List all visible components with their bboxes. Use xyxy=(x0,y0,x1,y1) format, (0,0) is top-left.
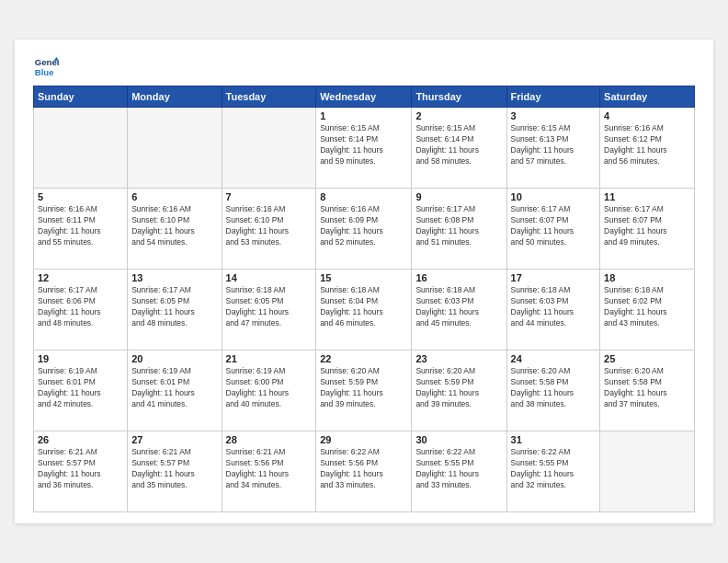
day-info: Sunrise: 6:18 AM Sunset: 6:03 PM Dayligh… xyxy=(415,285,502,329)
day-number: 14 xyxy=(226,272,313,283)
header-area: General Blue xyxy=(33,54,695,80)
day-info: Sunrise: 6:16 AM Sunset: 6:10 PM Dayligh… xyxy=(226,204,313,248)
calendar-container: General Blue SundayMondayTuesdayWednesda… xyxy=(15,40,713,523)
day-cell: 17Sunrise: 6:18 AM Sunset: 6:03 PM Dayli… xyxy=(506,270,600,350)
day-cell: 2Sunrise: 6:15 AM Sunset: 6:14 PM Daylig… xyxy=(412,108,506,189)
day-number: 1 xyxy=(320,110,407,121)
day-info: Sunrise: 6:16 AM Sunset: 6:11 PM Dayligh… xyxy=(38,204,123,248)
svg-text:Blue: Blue xyxy=(35,67,54,77)
logo-icon: General Blue xyxy=(33,54,59,80)
day-info: Sunrise: 6:19 AM Sunset: 6:00 PM Dayligh… xyxy=(226,366,313,410)
weekday-header-wednesday: Wednesday xyxy=(316,86,412,108)
day-cell: 23Sunrise: 6:20 AM Sunset: 5:59 PM Dayli… xyxy=(412,350,506,431)
day-info: Sunrise: 6:16 AM Sunset: 6:09 PM Dayligh… xyxy=(320,204,407,248)
day-cell: 14Sunrise: 6:18 AM Sunset: 6:05 PM Dayli… xyxy=(222,270,316,350)
day-cell: 6Sunrise: 6:16 AM Sunset: 6:10 PM Daylig… xyxy=(128,189,222,270)
week-row-3: 12Sunrise: 6:17 AM Sunset: 6:06 PM Dayli… xyxy=(34,270,695,350)
day-number: 9 xyxy=(415,191,502,202)
day-info: Sunrise: 6:22 AM Sunset: 5:55 PM Dayligh… xyxy=(511,447,597,491)
weekday-header-monday: Monday xyxy=(128,86,222,108)
day-cell: 8Sunrise: 6:16 AM Sunset: 6:09 PM Daylig… xyxy=(316,189,412,270)
day-cell: 25Sunrise: 6:20 AM Sunset: 5:58 PM Dayli… xyxy=(600,350,695,431)
day-info: Sunrise: 6:17 AM Sunset: 6:07 PM Dayligh… xyxy=(511,204,597,248)
day-cell: 3Sunrise: 6:15 AM Sunset: 6:13 PM Daylig… xyxy=(506,108,600,189)
day-number: 28 xyxy=(226,434,313,445)
day-cell: 10Sunrise: 6:17 AM Sunset: 6:07 PM Dayli… xyxy=(506,189,600,270)
day-number: 17 xyxy=(511,272,597,283)
week-row-2: 5Sunrise: 6:16 AM Sunset: 6:11 PM Daylig… xyxy=(34,189,695,270)
weekday-header-friday: Friday xyxy=(506,86,600,108)
day-number: 6 xyxy=(131,191,217,202)
day-number: 11 xyxy=(604,191,690,202)
day-info: Sunrise: 6:18 AM Sunset: 6:03 PM Dayligh… xyxy=(511,285,597,329)
day-number: 25 xyxy=(604,353,690,364)
day-number: 3 xyxy=(511,110,597,121)
day-number: 26 xyxy=(38,434,123,445)
day-cell: 20Sunrise: 6:19 AM Sunset: 6:01 PM Dayli… xyxy=(128,350,222,431)
day-info: Sunrise: 6:22 AM Sunset: 5:56 PM Dayligh… xyxy=(320,447,407,491)
day-cell xyxy=(600,431,695,512)
day-number: 23 xyxy=(415,353,502,364)
day-cell: 9Sunrise: 6:17 AM Sunset: 6:08 PM Daylig… xyxy=(412,189,506,270)
logo: General Blue xyxy=(33,54,63,80)
day-info: Sunrise: 6:21 AM Sunset: 5:57 PM Dayligh… xyxy=(38,447,123,491)
day-info: Sunrise: 6:15 AM Sunset: 6:14 PM Dayligh… xyxy=(320,123,407,167)
day-info: Sunrise: 6:19 AM Sunset: 6:01 PM Dayligh… xyxy=(131,366,217,410)
week-row-4: 19Sunrise: 6:19 AM Sunset: 6:01 PM Dayli… xyxy=(34,350,695,431)
day-info: Sunrise: 6:19 AM Sunset: 6:01 PM Dayligh… xyxy=(38,366,123,410)
day-number: 2 xyxy=(415,110,502,121)
day-cell: 13Sunrise: 6:17 AM Sunset: 6:05 PM Dayli… xyxy=(128,270,222,350)
day-number: 12 xyxy=(38,272,123,283)
day-info: Sunrise: 6:16 AM Sunset: 6:12 PM Dayligh… xyxy=(604,123,690,167)
day-cell xyxy=(34,108,128,189)
weekday-header-saturday: Saturday xyxy=(600,86,695,108)
day-info: Sunrise: 6:15 AM Sunset: 6:14 PM Dayligh… xyxy=(415,123,502,167)
day-cell: 26Sunrise: 6:21 AM Sunset: 5:57 PM Dayli… xyxy=(34,431,128,512)
day-info: Sunrise: 6:17 AM Sunset: 6:07 PM Dayligh… xyxy=(604,204,690,248)
weekday-header-row: SundayMondayTuesdayWednesdayThursdayFrid… xyxy=(34,86,695,108)
day-number: 20 xyxy=(131,353,217,364)
day-number: 18 xyxy=(604,272,690,283)
day-info: Sunrise: 6:16 AM Sunset: 6:10 PM Dayligh… xyxy=(131,204,217,248)
day-info: Sunrise: 6:21 AM Sunset: 5:56 PM Dayligh… xyxy=(226,447,313,491)
day-number: 24 xyxy=(511,353,597,364)
day-info: Sunrise: 6:18 AM Sunset: 6:02 PM Dayligh… xyxy=(604,285,690,329)
day-number: 7 xyxy=(226,191,313,202)
day-number: 30 xyxy=(415,434,502,445)
day-info: Sunrise: 6:20 AM Sunset: 5:59 PM Dayligh… xyxy=(415,366,502,410)
day-cell: 21Sunrise: 6:19 AM Sunset: 6:00 PM Dayli… xyxy=(222,350,316,431)
day-number: 8 xyxy=(320,191,407,202)
day-number: 15 xyxy=(320,272,407,283)
day-cell: 4Sunrise: 6:16 AM Sunset: 6:12 PM Daylig… xyxy=(600,108,695,189)
day-info: Sunrise: 6:17 AM Sunset: 6:05 PM Dayligh… xyxy=(131,285,217,329)
day-cell: 19Sunrise: 6:19 AM Sunset: 6:01 PM Dayli… xyxy=(34,350,128,431)
day-cell: 12Sunrise: 6:17 AM Sunset: 6:06 PM Dayli… xyxy=(34,270,128,350)
day-cell: 29Sunrise: 6:22 AM Sunset: 5:56 PM Dayli… xyxy=(316,431,412,512)
week-row-5: 26Sunrise: 6:21 AM Sunset: 5:57 PM Dayli… xyxy=(34,431,695,512)
day-cell xyxy=(128,108,222,189)
day-cell: 18Sunrise: 6:18 AM Sunset: 6:02 PM Dayli… xyxy=(600,270,695,350)
day-cell: 24Sunrise: 6:20 AM Sunset: 5:58 PM Dayli… xyxy=(506,350,600,431)
day-number: 31 xyxy=(511,434,597,445)
day-number: 5 xyxy=(38,191,123,202)
day-info: Sunrise: 6:18 AM Sunset: 6:04 PM Dayligh… xyxy=(320,285,407,329)
day-number: 22 xyxy=(320,353,407,364)
day-number: 4 xyxy=(604,110,690,121)
day-cell: 28Sunrise: 6:21 AM Sunset: 5:56 PM Dayli… xyxy=(222,431,316,512)
day-cell: 15Sunrise: 6:18 AM Sunset: 6:04 PM Dayli… xyxy=(316,270,412,350)
weekday-header-sunday: Sunday xyxy=(34,86,128,108)
day-number: 29 xyxy=(320,434,407,445)
day-cell: 1Sunrise: 6:15 AM Sunset: 6:14 PM Daylig… xyxy=(316,108,412,189)
day-cell: 7Sunrise: 6:16 AM Sunset: 6:10 PM Daylig… xyxy=(222,189,316,270)
day-info: Sunrise: 6:21 AM Sunset: 5:57 PM Dayligh… xyxy=(131,447,217,491)
day-cell: 31Sunrise: 6:22 AM Sunset: 5:55 PM Dayli… xyxy=(506,431,600,512)
weekday-header-tuesday: Tuesday xyxy=(222,86,316,108)
day-cell: 11Sunrise: 6:17 AM Sunset: 6:07 PM Dayli… xyxy=(600,189,695,270)
day-cell: 16Sunrise: 6:18 AM Sunset: 6:03 PM Dayli… xyxy=(412,270,506,350)
day-info: Sunrise: 6:22 AM Sunset: 5:55 PM Dayligh… xyxy=(415,447,502,491)
day-info: Sunrise: 6:20 AM Sunset: 5:58 PM Dayligh… xyxy=(511,366,597,410)
day-number: 16 xyxy=(415,272,502,283)
day-cell: 30Sunrise: 6:22 AM Sunset: 5:55 PM Dayli… xyxy=(412,431,506,512)
day-number: 21 xyxy=(226,353,313,364)
day-info: Sunrise: 6:18 AM Sunset: 6:05 PM Dayligh… xyxy=(226,285,313,329)
